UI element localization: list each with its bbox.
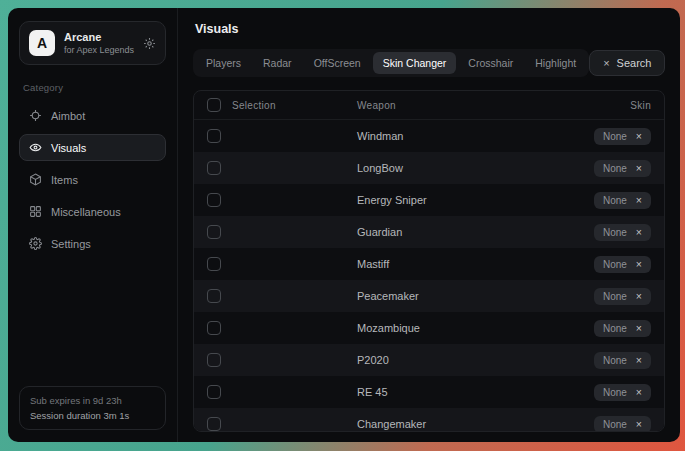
- row-skin-cell: None ×: [594, 384, 651, 401]
- table-row: Energy Sniper None ×: [194, 184, 664, 216]
- row-checkbox[interactable]: [207, 289, 221, 303]
- skin-badge[interactable]: None ×: [594, 192, 651, 209]
- skin-value: None: [603, 259, 627, 270]
- weapon-name: P2020: [357, 354, 594, 366]
- skin-value: None: [603, 227, 627, 238]
- sidebar-item-visuals[interactable]: Visuals: [19, 134, 166, 161]
- table-row: LongBow None ×: [194, 152, 664, 184]
- table-row: Changemaker None ×: [194, 408, 664, 432]
- row-checkbox[interactable]: [207, 225, 221, 239]
- row-skin-cell: None ×: [594, 256, 651, 273]
- clear-skin-icon[interactable]: ×: [636, 419, 642, 429]
- tab-offscreen[interactable]: OffScreen: [304, 52, 371, 74]
- row-select-cell: [207, 321, 357, 335]
- table-row: Mozambique None ×: [194, 312, 664, 344]
- table-row: Mastiff None ×: [194, 248, 664, 280]
- sidebar-item-items[interactable]: Items: [19, 166, 166, 193]
- select-all-checkbox[interactable]: [207, 98, 221, 112]
- row-skin-cell: None ×: [594, 416, 651, 433]
- session-info-card: Sub expires in 9d 23h Session duration 3…: [19, 386, 166, 430]
- weapon-name: Changemaker: [357, 418, 594, 430]
- row-skin-cell: None ×: [594, 224, 651, 241]
- table-header-row: Selection Weapon Skin: [194, 91, 664, 120]
- weapon-name: Guardian: [357, 226, 594, 238]
- skin-value: None: [603, 291, 627, 302]
- tab-crosshair[interactable]: Crosshair: [458, 52, 523, 74]
- skin-badge[interactable]: None ×: [594, 256, 651, 273]
- weapon-name: Windman: [357, 130, 594, 142]
- row-select-cell: [207, 225, 357, 239]
- search-button-label: Search: [617, 57, 652, 69]
- skin-badge[interactable]: None ×: [594, 320, 651, 337]
- table-row: Peacemaker None ×: [194, 280, 664, 312]
- row-checkbox[interactable]: [207, 161, 221, 175]
- gear-icon[interactable]: [143, 37, 156, 50]
- table-row: P2020 None ×: [194, 344, 664, 376]
- row-select-cell: [207, 257, 357, 271]
- skin-badge[interactable]: None ×: [594, 288, 651, 305]
- weapon-name: Energy Sniper: [357, 194, 594, 206]
- tab-highlight[interactable]: Highlight: [525, 52, 586, 74]
- clear-skin-icon[interactable]: ×: [636, 131, 642, 141]
- clear-skin-icon[interactable]: ×: [636, 355, 642, 365]
- row-checkbox[interactable]: [207, 353, 221, 367]
- sidebar-spacer: [19, 257, 166, 386]
- search-button[interactable]: × Search: [589, 50, 665, 76]
- row-skin-cell: None ×: [594, 192, 651, 209]
- row-select-cell: [207, 193, 357, 207]
- clear-skin-icon[interactable]: ×: [636, 387, 642, 397]
- category-label: Category: [23, 82, 162, 93]
- sidebar-item-label: Aimbot: [51, 110, 85, 122]
- row-skin-cell: None ×: [594, 160, 651, 177]
- clear-skin-icon[interactable]: ×: [636, 259, 642, 269]
- tab-radar[interactable]: Radar: [253, 52, 302, 74]
- row-checkbox[interactable]: [207, 417, 221, 431]
- row-skin-cell: None ×: [594, 288, 651, 305]
- skin-badge[interactable]: None ×: [594, 416, 651, 433]
- tab-skin-changer[interactable]: Skin Changer: [373, 52, 457, 74]
- row-select-cell: [207, 161, 357, 175]
- clear-skin-icon[interactable]: ×: [636, 163, 642, 173]
- clear-skin-icon[interactable]: ×: [636, 195, 642, 205]
- header-selection-cell: Selection: [207, 98, 357, 112]
- clear-skin-icon[interactable]: ×: [636, 323, 642, 333]
- row-checkbox[interactable]: [207, 385, 221, 399]
- weapon-name: Mastiff: [357, 258, 594, 270]
- row-checkbox[interactable]: [207, 193, 221, 207]
- search-icon: ×: [603, 58, 609, 68]
- grid-icon: [29, 205, 42, 218]
- skin-value: None: [603, 163, 627, 174]
- row-select-cell: [207, 129, 357, 143]
- skin-badge[interactable]: None ×: [594, 352, 651, 369]
- skin-badge[interactable]: None ×: [594, 224, 651, 241]
- sidebar-item-miscellaneous[interactable]: Miscellaneous: [19, 198, 166, 225]
- tab-players[interactable]: Players: [196, 52, 251, 74]
- brand-card: A Arcane for Apex Legends: [19, 21, 166, 65]
- sub-expires-text: Sub expires in 9d 23h: [30, 395, 155, 406]
- sidebar-item-settings[interactable]: Settings: [19, 230, 166, 257]
- table-row: Windman None ×: [194, 120, 664, 152]
- eye-icon: [29, 141, 42, 154]
- sidebar-item-aimbot[interactable]: Aimbot: [19, 102, 166, 129]
- skin-value: None: [603, 131, 627, 142]
- clear-skin-icon[interactable]: ×: [636, 227, 642, 237]
- crosshair-icon: [29, 109, 42, 122]
- sidebar-item-label: Settings: [51, 238, 91, 250]
- row-checkbox[interactable]: [207, 257, 221, 271]
- tab-bar: Players Radar OffScreen Skin Changer Cro…: [193, 49, 589, 77]
- sidebar-item-label: Visuals: [51, 142, 86, 154]
- skin-badge[interactable]: None ×: [594, 128, 651, 145]
- skin-value: None: [603, 387, 627, 398]
- clear-skin-icon[interactable]: ×: [636, 291, 642, 301]
- column-header-weapon: Weapon: [357, 100, 630, 111]
- weapon-name: RE 45: [357, 386, 594, 398]
- row-checkbox[interactable]: [207, 129, 221, 143]
- column-header-skin: Skin: [630, 100, 651, 111]
- main-panel: Visuals Players Radar OffScreen Skin Cha…: [178, 8, 680, 442]
- skin-badge[interactable]: None ×: [594, 384, 651, 401]
- table-row: Guardian None ×: [194, 216, 664, 248]
- skin-badge[interactable]: None ×: [594, 160, 651, 177]
- sidebar-item-label: Items: [51, 174, 78, 186]
- brand-text: Arcane for Apex Legends: [64, 31, 134, 56]
- row-checkbox[interactable]: [207, 321, 221, 335]
